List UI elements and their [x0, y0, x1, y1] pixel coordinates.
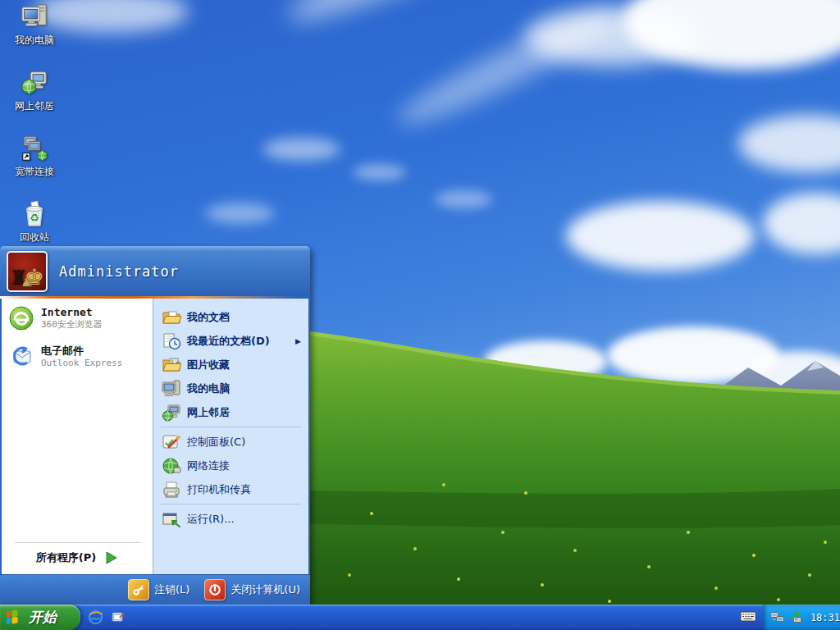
pinned-item-title: Internet [41, 306, 103, 319]
system-tray: 18:31 [763, 605, 840, 630]
submenu-arrow-icon: ▶ [295, 337, 301, 345]
chess-piece-icon: ♚ [25, 266, 44, 288]
log-off-button[interactable]: 注销(L) [128, 579, 189, 600]
my-computer-small-icon [162, 379, 181, 399]
recent-documents-icon [162, 331, 181, 351]
recycle-bin-icon: ♻ [21, 200, 48, 228]
all-programs-arrow-icon [103, 550, 118, 565]
start-menu-right-column: 我的文档 我最近的文档(D) ▶ [153, 299, 308, 574]
start-button[interactable]: 开始 [0, 605, 80, 630]
pinned-item-subtitle: Outlook Express [41, 358, 122, 369]
shut-down-button[interactable]: 关闭计算机(U) [204, 579, 300, 600]
desktop-icon-label: 我的电脑 [5, 35, 64, 46]
desktop-icon-label: 网上邻居 [5, 101, 64, 112]
shut-down-label: 关闭计算机(U) [231, 582, 300, 597]
network-places-icon [21, 69, 48, 97]
menu-item-label: 网上邻居 [187, 405, 230, 420]
run-icon [162, 509, 181, 529]
printer-icon [162, 480, 181, 500]
show-desktop-icon[interactable] [111, 610, 126, 625]
user-name: Administrator [59, 263, 179, 280]
outlook-express-icon [8, 344, 34, 370]
cloud [205, 203, 275, 223]
start-menu-left-column: Internet 360安全浏览器 电子邮件 Outlook Express [2, 299, 153, 574]
log-off-key-icon [128, 579, 149, 600]
quick-launch-bar [88, 605, 126, 630]
wildflowers [0, 0, 2, 2]
menu-item-label: 控制面板(C) [187, 435, 245, 450]
start-menu-body: Internet 360安全浏览器 电子邮件 Outlook Express [2, 299, 308, 574]
desktop-icon-network-places[interactable]: 网上邻居 [5, 69, 64, 112]
input-method-keyboard-icon[interactable] [740, 610, 756, 623]
desktop-icon-broadband[interactable]: 宽带连接 [5, 135, 64, 177]
svg-text:♻: ♻ [30, 212, 39, 224]
menu-item-control-panel[interactable]: 控制面板(C) [153, 430, 308, 454]
menu-item-label: 我最近的文档(D) [187, 334, 270, 349]
start-menu: ♜ ♟ ♚ Administrator Internet [0, 246, 310, 605]
internet-explorer-icon[interactable] [88, 609, 103, 625]
shut-down-power-icon [204, 579, 226, 600]
menu-item-recent-documents[interactable]: 我最近的文档(D) ▶ [153, 329, 308, 353]
log-off-label: 注销(L) [154, 582, 189, 597]
cloud [262, 138, 340, 161]
menu-item-label: 图片收藏 [187, 358, 230, 372]
menu-item-my-computer[interactable]: 我的电脑 [153, 377, 308, 400]
menu-item-label: 我的文档 [187, 310, 230, 325]
menu-item-network-places[interactable]: 网上邻居 [153, 400, 308, 424]
taskbar: 开始 [0, 605, 840, 630]
pinned-item-internet[interactable]: Internet 360安全浏览器 [2, 299, 153, 337]
menu-item-run[interactable]: 运行(R)... [153, 507, 308, 531]
menu-separator [161, 427, 301, 427]
windows-logo-icon [6, 609, 24, 626]
network-places-small-icon [162, 403, 181, 422]
safely-remove-tray-icon[interactable] [790, 610, 804, 624]
desktop-icon-my-computer[interactable]: 我的电脑 [5, 3, 64, 46]
menu-item-label: 打印机和传真 [187, 482, 251, 497]
my-computer-icon [21, 3, 48, 31]
menu-item-my-documents[interactable]: 我的文档 [153, 305, 308, 329]
cloud [353, 164, 406, 180]
all-programs-label: 所有程序(P) [36, 550, 96, 565]
start-menu-header: ♜ ♟ ♚ Administrator [0, 246, 310, 296]
start-button-label: 开始 [29, 608, 57, 627]
menu-separator [161, 504, 301, 504]
network-connections-icon [162, 456, 181, 476]
taskbar-clock[interactable]: 18:31 [810, 612, 840, 623]
left-column-spacer [2, 376, 153, 542]
user-avatar[interactable]: ♜ ♟ ♚ [7, 251, 48, 292]
menu-item-label: 网络连接 [187, 459, 230, 473]
my-pictures-icon [162, 355, 181, 375]
menu-item-network-connections[interactable]: 网络连接 [153, 454, 308, 477]
menu-item-label: 运行(R)... [187, 512, 235, 527]
pinned-item-email[interactable]: 电子邮件 Outlook Express [2, 337, 153, 376]
broadband-connection-icon [21, 135, 48, 162]
network-status-tray-icon[interactable] [770, 610, 786, 624]
pinned-item-subtitle: 360安全浏览器 [41, 319, 103, 331]
menu-item-my-pictures[interactable]: 图片收藏 [153, 353, 308, 377]
my-documents-icon [162, 308, 181, 327]
desktop: 我的电脑 网上邻居 宽带连接 [0, 0, 840, 630]
cloud [435, 190, 492, 208]
desktop-icon-label: 回收站 [5, 232, 64, 243]
pinned-item-title: 电子邮件 [41, 345, 122, 358]
menu-item-label: 我的电脑 [187, 381, 230, 396]
browser-360-icon [8, 305, 34, 331]
control-panel-icon [162, 432, 181, 452]
desktop-icon-recycle-bin[interactable]: ♻ 回收站 [5, 200, 64, 243]
desktop-icon-label: 宽带连接 [5, 167, 64, 177]
all-programs-button[interactable]: 所有程序(P) [2, 543, 153, 574]
menu-item-printers-faxes[interactable]: 打印机和传真 [153, 477, 308, 501]
start-menu-footer: 注销(L) 关闭计算机(U) [0, 574, 310, 605]
